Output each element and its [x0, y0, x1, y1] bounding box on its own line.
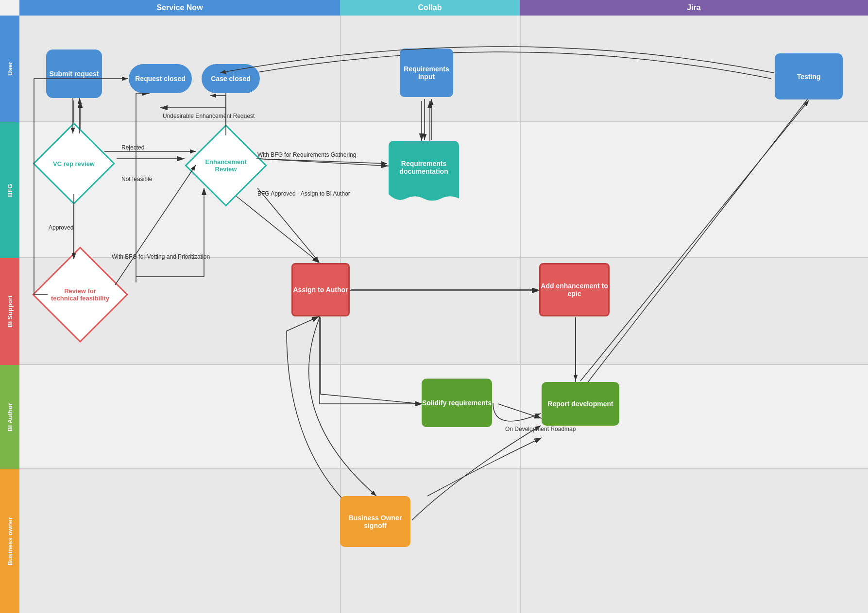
- label-rejected: Rejected: [121, 144, 144, 151]
- label-undesirable: Undesirable Enhancement Request: [163, 113, 255, 119]
- row-label-business-owner: Business owner: [0, 469, 19, 613]
- col-header-jira: Jira: [520, 0, 868, 16]
- node-assign-to-author: Assign to Author: [291, 263, 350, 316]
- node-business-owner-signoff: Business Owner signoff: [340, 496, 410, 547]
- row-label-bi-support: BI Support: [0, 258, 19, 365]
- label-approved: Approved: [49, 224, 73, 231]
- band-business-owner: [19, 469, 868, 613]
- column-headers: Service Now Collab Jira: [19, 0, 868, 16]
- col-divider-2: [520, 16, 521, 613]
- label-bfg-approved: BFG Approved - Assign to BI Author: [257, 190, 350, 197]
- node-submit-request: Submit request: [46, 50, 102, 98]
- row-labels: User BFG BI Support BI Author Business o…: [0, 16, 19, 613]
- label-with-bfg-requirements: With BFG for Requirements Gathering: [257, 151, 356, 158]
- node-requirements-input: Requirements Input: [400, 49, 453, 97]
- row-label-user: User: [0, 16, 19, 122]
- main-area: Undesirable Enhancement Request Rejected…: [19, 16, 868, 613]
- node-case-closed: Case closed: [202, 64, 260, 93]
- row-label-bfg: BFG: [0, 122, 19, 258]
- col-header-service-now: Service Now: [19, 0, 340, 16]
- node-requirements-documentation: Requirements documentation: [389, 141, 459, 194]
- node-report-development: Report development: [542, 382, 619, 426]
- label-on-development-roadmap: On Development Roadmap: [505, 426, 576, 432]
- node-solidify-requirements: Solidify requirements: [422, 379, 492, 427]
- node-add-enhancement-to-epic: Add enhancement to epic: [539, 263, 610, 316]
- band-bi-support: [19, 258, 868, 365]
- col-header-collab: Collab: [340, 0, 520, 16]
- node-testing: Testing: [775, 53, 843, 99]
- node-request-closed: Request closed: [129, 64, 192, 93]
- row-label-bi-author: BI Author: [0, 365, 19, 469]
- label-with-bfg-vetting: With BFG for Vetting and Prioritization: [112, 253, 210, 260]
- diagram-container: Service Now Collab Jira User BFG BI Supp…: [0, 0, 868, 613]
- label-not-feasible: Not feasible: [121, 176, 152, 182]
